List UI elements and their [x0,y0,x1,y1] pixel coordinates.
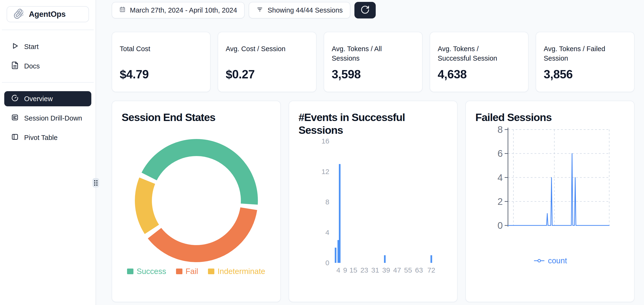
x-tick-label: 39 [382,266,390,274]
sidebar-item-label: Start [24,43,38,51]
stat-label: Avg. Tokens / Failed Session [544,44,617,63]
line-series-icon [534,256,545,265]
legend-label: Fail [186,267,198,276]
x-tick-label: 23 [360,266,368,274]
y-tick-label: 12 [321,168,329,175]
topbar: March 27th, 2024 - April 10th, 2024 Show… [112,2,634,19]
y-tick-label: 16 [321,137,329,145]
x-tick-label: 15 [350,266,357,274]
refresh-icon [360,5,370,16]
date-range-label: March 27th, 2024 - April 10th, 2024 [130,7,237,14]
stat-card-avg-tokens-failed: Avg. Tokens / Failed Session 3,856 [536,32,634,92]
x-tick-label: 9 [343,266,347,274]
list-box-icon [11,113,19,123]
chart-card-failed-sessions: Failed Sessions 02468 count [465,101,634,302]
legend-swatch [127,268,134,274]
stat-cards-row: Total Cost $4.79 Avg. Cost / Session $0.… [112,32,634,92]
legend-swatch [208,268,214,274]
chart-card-session-end-states: Session End States Success Fail Indeterm… [112,101,281,302]
y-tick-label: 0 [325,259,329,267]
sidebar-divider [2,30,94,30]
y-tick-label: 4 [498,172,503,183]
stat-card-avg-tokens-successful: Avg. Tokens / Successful Session 4,638 [430,32,528,92]
chart-card-events-successful: #Events in Successful Sessions 048121649… [289,101,458,302]
legend-label: count [548,256,567,265]
sidebar-item-label: Session Drill-Down [24,114,82,122]
sidebar-item-label: Overview [24,95,53,103]
sidebar-item-label: Pivot Table [24,134,58,142]
stat-label: Avg. Cost / Session [226,44,299,54]
filter-icon [256,6,263,15]
y-tick-label: 4 [325,228,329,236]
calendar-icon [119,6,126,14]
x-tick-label: 72 [427,266,435,274]
bar-x5[interactable] [339,164,340,263]
app-title: AgentOps [29,10,66,19]
sidebar-resize-handle[interactable] [92,178,99,188]
sidebar-divider [2,82,94,83]
legend-label: Success [136,267,166,276]
donut-legend: Success Fail Indeterminate [112,267,280,276]
sessions-filter-label: Showing 44/44 Sessions [268,7,343,14]
stat-card-avg-tokens-all: Avg. Tokens / All Sessions 3,598 [324,32,422,92]
stat-value: 3,856 [544,68,626,81]
donut-segment-indeterminate[interactable] [135,178,159,234]
x-tick-label: 55 [404,266,412,274]
y-tick-label: 8 [498,124,503,135]
sessions-filter-button[interactable]: Showing 44/44 Sessions [249,2,350,19]
stat-label: Avg. Tokens / Successful Session [438,44,511,63]
paperclip-logo-icon [13,8,24,20]
file-text-icon [11,61,19,71]
legend-swatch [176,268,182,274]
legend-item-success: Success [127,267,166,276]
x-tick-label: 31 [371,266,379,274]
gauge-icon [11,94,19,104]
charts-row: Session End States Success Fail Indeterm… [112,101,634,302]
date-range-button[interactable]: March 27th, 2024 - April 10th, 2024 [112,2,245,19]
stat-value: 3,598 [332,68,414,81]
failed-sessions-line-chart: 02468 [466,101,634,302]
donut-segment-fail[interactable] [148,207,257,262]
stat-label: Total Cost [120,44,193,54]
stat-value: $0.27 [226,68,308,81]
sidebar-item-label: Docs [24,62,40,70]
bar-x72[interactable] [430,255,432,263]
main-content: March 27th, 2024 - April 10th, 2024 Show… [96,0,644,305]
legend-label: Indeterminate [218,267,265,276]
y-tick-label: 0 [498,220,503,231]
y-tick-label: 2 [498,196,503,207]
legend-item-fail: Fail [176,267,198,276]
stat-value: 4,638 [438,68,520,81]
donut-segment-success[interactable] [142,139,258,205]
sidebar-item-session-drill-down[interactable]: Session Drill-Down [4,111,91,126]
panel-left-icon [11,133,19,143]
sidebar-item-start[interactable]: Start [4,39,91,54]
grip-dots-icon [94,180,98,186]
sidebar-item-overview[interactable]: Overview [4,91,91,106]
refresh-button[interactable] [354,2,376,19]
sidebar-item-pivot-table[interactable]: Pivot Table [4,130,91,145]
count-line[interactable] [508,153,609,225]
legend-item-indeterminate: Indeterminate [208,267,265,276]
bar-x38[interactable] [384,255,386,263]
stat-value: $4.79 [120,68,202,81]
logo-box[interactable]: AgentOps [6,6,89,22]
stat-label: Avg. Tokens / All Sessions [332,44,405,63]
y-tick-label: 8 [325,198,329,206]
stat-card-avg-cost-session: Avg. Cost / Session $0.27 [218,32,316,92]
x-tick-label: 47 [393,266,401,274]
bar-x2[interactable] [335,248,336,263]
count-legend: count [466,256,634,265]
stat-card-total-cost: Total Cost $4.79 [112,32,210,92]
x-tick-label: 4 [336,266,340,274]
events-bar-chart: 0481216491523313947556372 [289,101,458,302]
x-tick-label: 63 [415,266,423,274]
play-icon [11,42,19,52]
sidebar-item-docs[interactable]: Docs [4,59,91,74]
sidebar: AgentOps Start Docs [0,0,96,305]
y-tick-label: 6 [498,148,503,159]
